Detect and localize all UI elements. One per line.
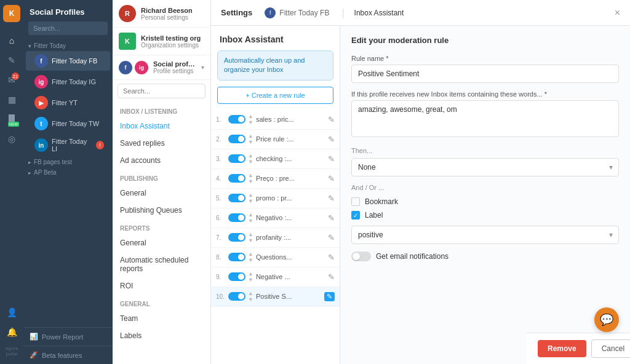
create-new-rule-button[interactable]: + Create a new rule xyxy=(217,87,333,104)
edit-icon-8[interactable]: ✎ xyxy=(328,253,335,262)
menu-item-ad-accounts[interactable]: Ad accounts xyxy=(113,152,210,169)
toggle-knob xyxy=(353,253,360,260)
sidebar-search[interactable] xyxy=(28,22,108,35)
settings-search[interactable] xyxy=(118,84,205,98)
email-toggle[interactable] xyxy=(351,251,371,261)
rule-toggle-10[interactable] xyxy=(228,292,245,301)
and-or-label: And / Or ... xyxy=(351,184,619,191)
remove-button[interactable]: Remove xyxy=(538,340,586,357)
rule-item-9[interactable]: 9. ▲▼ Negative ... ✎ xyxy=(211,267,340,287)
rule-toggle-2[interactable] xyxy=(228,135,245,143)
sidebar-item-fitter-today-li[interactable]: in Fitter Today LI ! xyxy=(26,135,110,156)
rule-number: 7. xyxy=(216,234,226,241)
sidebar-footer-power-report[interactable]: 📊 Power Report xyxy=(23,327,113,346)
notifications-icon[interactable]: 🔔 xyxy=(3,323,20,341)
menu-item-roi[interactable]: ROI xyxy=(113,277,210,295)
rule-number: 4. xyxy=(216,175,226,182)
menu-item-general-publishing[interactable]: General xyxy=(113,184,210,202)
profile-icon-ig: ig xyxy=(34,75,48,89)
edit-icon-7[interactable]: ✎ xyxy=(328,233,335,242)
label-checkbox[interactable]: ✓ xyxy=(351,211,360,220)
profile-icon-fb: f xyxy=(34,54,48,68)
rule-item-5[interactable]: 5. ▲▼ promo : pr... ✎ xyxy=(211,189,340,208)
calendar-icon[interactable]: ▦ xyxy=(3,91,20,108)
chat-fab-button[interactable]: 💬 xyxy=(594,307,619,332)
richard-avatar: R xyxy=(119,5,136,22)
menu-item-publishing-queues[interactable]: Publishing Queues xyxy=(113,202,210,219)
profile-sub: Profile settings xyxy=(153,68,196,74)
sidebar-footer-beta[interactable]: 🚀 Beta features xyxy=(23,346,113,364)
edit-icon-4[interactable]: ✎ xyxy=(328,174,335,183)
label-select[interactable]: positive negative neutral xyxy=(351,226,619,244)
user-management-icon[interactable]: 👤 xyxy=(3,304,20,321)
error-badge: ! xyxy=(96,141,104,149)
sidebar-item-fitter-today-fb[interactable]: f Fitter Today FB xyxy=(26,51,110,71)
inbox-icon[interactable]: ✉21 xyxy=(3,71,20,89)
rule-toggle-1[interactable] xyxy=(228,115,245,124)
rule-item-7[interactable]: 7. ▲▼ profanity :... ✎ xyxy=(211,228,340,248)
rule-arrows: ▲▼ xyxy=(248,271,253,283)
rule-toggle-4[interactable] xyxy=(228,174,245,183)
home-icon[interactable]: ⌂ xyxy=(3,32,20,49)
menu-item-labels[interactable]: Labels xyxy=(113,327,210,344)
rule-toggle-5[interactable] xyxy=(228,194,245,202)
sidebar-item-fitter-yt[interactable]: ▶ Fitter YT xyxy=(26,93,110,113)
email-notifications-row: Get email notifications xyxy=(351,251,619,261)
close-icon[interactable]: × xyxy=(615,7,620,18)
inbox-assistant-tab-label[interactable]: Inbox Assistant xyxy=(354,9,404,17)
rule-toggle-7[interactable] xyxy=(228,233,245,242)
general-header: General xyxy=(113,295,210,310)
sidebar-section-ap-beta[interactable]: ▸ AP Beta xyxy=(23,167,113,177)
edit-icon-3[interactable]: ✎ xyxy=(328,154,335,164)
sidebar-item-fitter-today-ig[interactable]: ig Fitter Today IG xyxy=(26,72,110,92)
rule-item-3[interactable]: 3. ▲▼ checking :... ✎ xyxy=(211,149,340,169)
rule-item-4[interactable]: 4. ▲▼ Preço : pre... ✎ xyxy=(211,169,340,189)
words-textarea[interactable]: amazing, awesome, great, om xyxy=(351,100,619,137)
words-label: If this profile receives new Inbox items… xyxy=(351,90,619,98)
rule-number: 8. xyxy=(216,254,226,261)
rule-toggle-3[interactable] xyxy=(228,154,245,163)
then-label: Then... xyxy=(351,147,619,154)
rule-item-2[interactable]: 2. ▲▼ Price rule :... ✎ xyxy=(211,130,340,149)
menu-item-general-reports[interactable]: General xyxy=(113,234,210,251)
rule-name-5: promo : pr... xyxy=(256,194,325,202)
listen-icon[interactable]: ◎ xyxy=(3,130,20,148)
rule-name-input[interactable] xyxy=(351,65,619,83)
menu-item-saved-replies[interactable]: Saved replies xyxy=(113,135,210,152)
edit-icon-6[interactable]: ✎ xyxy=(328,213,335,223)
sidebar-section-fitter-today[interactable]: ▾ Fitter Today xyxy=(23,40,113,50)
rule-toggle-6[interactable] xyxy=(228,213,245,222)
sidebar-section-fb-pages[interactable]: ▸ FB pages test xyxy=(23,156,113,167)
settings-tab-label[interactable]: Settings xyxy=(221,8,252,17)
profile-social-profiles[interactable]: f ig Social profiles Profile settings ▾ xyxy=(113,55,210,80)
rule-toggle-8[interactable] xyxy=(228,253,245,261)
rule-toggle-9[interactable] xyxy=(228,272,245,281)
bookmark-checkbox[interactable] xyxy=(351,197,360,206)
menu-item-automatic-reports[interactable]: Automatic scheduled reports xyxy=(113,251,210,277)
settings-menu: Inbox / Listening Inbox Assistant Saved … xyxy=(113,102,210,364)
rule-item-6[interactable]: 6. ▲▼ Negativo :... ✎ xyxy=(211,208,340,228)
rule-item-8[interactable]: 8. ▲▼ Questions... ✎ xyxy=(211,248,340,267)
analytics-icon[interactable]: ▐▌NEW xyxy=(3,111,20,128)
inbox-assistant-panel: Inbox Assistant Automatically clean up a… xyxy=(211,26,340,364)
then-select[interactable]: None Bookmark Label Archive Delete xyxy=(351,158,619,176)
compose-icon[interactable]: ✎ xyxy=(3,52,20,69)
profile-richard-beeson[interactable]: R Richard Beeson Personal settings xyxy=(113,0,210,28)
cancel-button[interactable]: Cancel xyxy=(591,339,630,358)
profile-info: Kristell testing org Organization settin… xyxy=(141,34,204,49)
fitter-today-fb-tab[interactable]: f Fitter Today FB xyxy=(262,7,332,18)
top-bar: Settings f Fitter Today FB | Inbox Assis… xyxy=(211,0,630,26)
edit-icon-5[interactable]: ✎ xyxy=(328,194,335,203)
edit-icon-10[interactable]: ✎ xyxy=(324,292,335,301)
menu-item-inbox-assistant[interactable]: Inbox Assistant xyxy=(113,117,210,135)
label-select-wrapper: positive negative neutral xyxy=(351,226,619,244)
user-avatar[interactable]: K xyxy=(3,5,20,22)
rule-item-10[interactable]: 10. ▲▼ Positive S... ✎ xyxy=(211,287,340,307)
sidebar-item-fitter-today-tw[interactable]: t Fitter Today TW xyxy=(26,114,110,133)
edit-icon-2[interactable]: ✎ xyxy=(328,135,335,144)
rule-item-1[interactable]: 1. ▲▼ sales : pric... ✎ xyxy=(211,110,340,130)
edit-icon-9[interactable]: ✎ xyxy=(328,272,335,282)
menu-item-team[interactable]: Team xyxy=(113,310,210,327)
profile-kristell-org[interactable]: K Kristell testing org Organization sett… xyxy=(113,28,210,55)
edit-icon-1[interactable]: ✎ xyxy=(328,115,335,124)
